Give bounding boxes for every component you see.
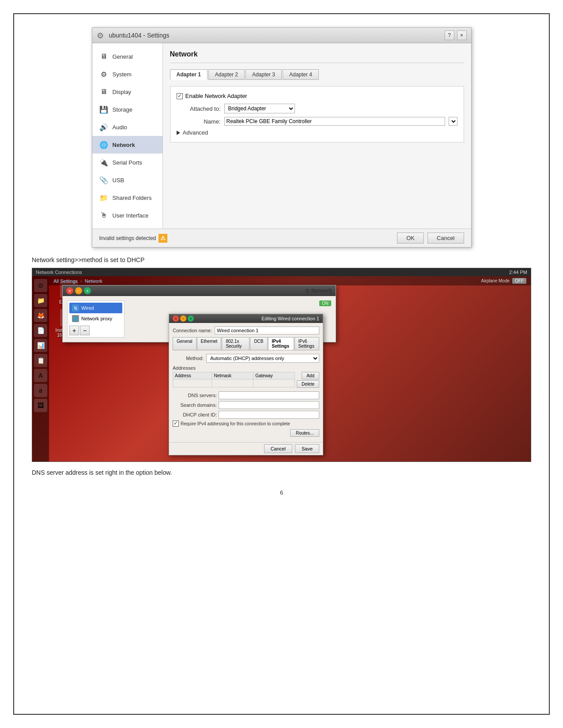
sidebar-label-user-interface: User Interface	[113, 212, 149, 219]
dialog-close-btn[interactable]: ×	[66, 287, 73, 294]
help-button[interactable]: ?	[445, 30, 454, 40]
edit-dialog-body: Connection name: General Ethernet 802.1x…	[169, 323, 323, 442]
delete-address-btn[interactable]: Delete	[297, 380, 319, 388]
method-select[interactable]: Automatic (DHCP) addresses only	[206, 354, 319, 363]
add-address-btn[interactable]: Add	[302, 372, 319, 379]
connection-on-switch[interactable]: ON	[319, 300, 331, 306]
ok-button[interactable]: OK	[397, 233, 424, 244]
airplane-toggle[interactable]: OFF	[512, 278, 526, 284]
tab-adapter-4[interactable]: Adapter 4	[283, 69, 319, 80]
tab-ipv4[interactable]: IPv4 Settings	[268, 337, 294, 350]
dock-item-spreadsheet[interactable]: 📊	[34, 339, 47, 352]
advanced-label: Advanced	[183, 129, 208, 136]
usb-icon: 📎	[98, 175, 109, 185]
audio-icon: 🔊	[98, 122, 109, 132]
network-link[interactable]: Network	[85, 278, 102, 284]
dialog-min-btn[interactable]: −	[75, 287, 82, 294]
tab-general[interactable]: General	[173, 337, 196, 350]
gear-icon: ⚙	[97, 31, 106, 40]
nc-network-proxy-item[interactable]: 🌐 Network proxy	[69, 313, 122, 324]
sidebar-item-audio[interactable]: 🔊 Audio	[92, 118, 162, 136]
edit-close-btn[interactable]: ×	[173, 315, 179, 322]
dhcp-client-row: DHCP client ID:	[173, 411, 319, 419]
dock-item-libreoffice[interactable]: 📄	[34, 324, 47, 337]
sidebar-item-user-interface[interactable]: 🖱 User Interface	[92, 206, 162, 224]
advanced-row[interactable]: Advanced	[177, 129, 457, 136]
titlebar-right: ? ×	[445, 30, 467, 40]
tab-ipv6[interactable]: IPv6 Settings	[295, 337, 319, 350]
dhcp-client-input[interactable]	[219, 411, 319, 419]
airplane-label: Airplane Mode	[481, 278, 510, 283]
dns-input[interactable]	[219, 391, 319, 399]
page-number: 6	[32, 489, 531, 496]
search-domains-input[interactable]	[219, 401, 319, 409]
close-button[interactable]: ×	[457, 30, 467, 40]
nc-dialog-body: ⇅ Wired 🌐 Network proxy + −	[63, 296, 336, 342]
network-proxy-label: Network proxy	[81, 316, 112, 321]
vbox-settings-window: ⚙ ubuntu1404 - Settings ? × 🖥 General ⚙ …	[92, 27, 472, 248]
sidebar-item-serial-ports[interactable]: 🔌 Serial Ports	[92, 154, 162, 171]
addresses-section: Addresses Address Netmask	[173, 365, 319, 389]
edit-dialog-titlebar: × − + Editing Wired connection 1	[169, 314, 323, 323]
dock-item-font[interactable]: a	[34, 384, 47, 397]
dock-item-files[interactable]: 📁	[34, 294, 47, 307]
edit-save-btn[interactable]: Save	[295, 444, 319, 453]
dhcp-client-label: DHCP client ID:	[173, 412, 217, 417]
sidebar-item-system[interactable]: ⚙ System	[92, 65, 162, 83]
tab-adapter-3[interactable]: Adapter 3	[246, 69, 282, 80]
tab-8021x[interactable]: 802.1x Security	[222, 337, 249, 350]
addresses-label: Addresses	[173, 365, 319, 371]
name-dropdown[interactable]: ▼	[449, 117, 457, 126]
sidebar-label-shared-folders: Shared Folders	[113, 195, 152, 201]
remove-connection-btn[interactable]: −	[80, 326, 90, 335]
routes-button[interactable]: Routes...	[290, 429, 319, 437]
require-ipv4-checkbox[interactable]	[173, 420, 179, 427]
sidebar-item-shared-folders[interactable]: 📁 Shared Folders	[92, 189, 162, 206]
dock-item-presentation[interactable]: 📋	[34, 354, 47, 367]
connection-name-row: Connection name:	[173, 326, 319, 334]
vbox-body: 🖥 General ⚙ System 🖥 Display 💾 Storage 🔊	[92, 43, 471, 229]
sidebar-item-general[interactable]: 🖥 General	[92, 48, 162, 65]
dock-item-search[interactable]: ⊙	[34, 279, 47, 292]
sidebar-item-display[interactable]: 🖥 Display	[92, 83, 162, 101]
airplane-mode-area: Airplane Mode OFF	[481, 278, 526, 284]
dock-item-firefox[interactable]: 🦊	[34, 309, 47, 322]
edit-min-btn[interactable]: −	[180, 315, 186, 322]
attached-to-label: Attached to:	[177, 105, 221, 112]
sidebar-item-usb[interactable]: 📎 USB	[92, 171, 162, 189]
wired-icon: ⇅	[72, 304, 79, 311]
tab-dcb[interactable]: DCB	[250, 337, 267, 350]
plus-minus-area: + −	[69, 326, 122, 335]
cancel-button[interactable]: Cancel	[427, 233, 464, 244]
conn-name-input[interactable]	[215, 326, 319, 334]
dns-row: DNS servers:	[173, 391, 319, 399]
tab-adapter-2[interactable]: Adapter 2	[208, 69, 245, 80]
sidebar-item-storage[interactable]: 💾 Storage	[92, 101, 162, 118]
add-connection-btn[interactable]: +	[69, 326, 79, 335]
conn-name-label: Connection name:	[173, 328, 212, 333]
nc-wired-item[interactable]: ⇅ Wired	[69, 303, 122, 313]
enable-network-checkbox[interactable]	[177, 93, 183, 99]
dialog-max-btn[interactable]: +	[84, 287, 91, 294]
dock-item-a[interactable]: A	[34, 369, 47, 382]
edit-cancel-btn[interactable]: Cancel	[264, 444, 292, 453]
tab-adapter-1[interactable]: Adapter 1	[170, 69, 208, 80]
serial-ports-icon: 🔌	[98, 157, 109, 168]
tab-ethernet[interactable]: Ethernet	[197, 337, 222, 350]
network-connections-title: Network Connections	[36, 270, 82, 275]
name-row: Name: ▼	[177, 117, 457, 126]
vbox-sidebar: 🖥 General ⚙ System 🖥 Display 💾 Storage 🔊	[92, 43, 163, 229]
sidebar-item-network[interactable]: 🌐 Network	[92, 136, 162, 154]
name-input[interactable]	[224, 117, 445, 126]
caption-2: DNS server address is set right in the o…	[32, 469, 531, 476]
edit-max-btn[interactable]: +	[188, 315, 194, 322]
address-row-empty	[173, 379, 295, 387]
col-gateway: Gateway	[253, 372, 295, 379]
sidebar-label-usb: USB	[113, 177, 125, 184]
ubuntu-desktop: ⊙ 📁 🦊 📄 📊 📋 A a 🖼 📁 Examples 🐧 Install	[32, 276, 531, 462]
vbox-titlebar: ⚙ ubuntu1404 - Settings ? ×	[92, 28, 471, 43]
sidebar-label-system: System	[113, 71, 132, 78]
all-settings-link[interactable]: All Settings	[53, 278, 78, 284]
attached-to-select[interactable]: Bridged Adapter	[224, 104, 295, 113]
dock-item-image[interactable]: 🖼	[34, 399, 47, 412]
